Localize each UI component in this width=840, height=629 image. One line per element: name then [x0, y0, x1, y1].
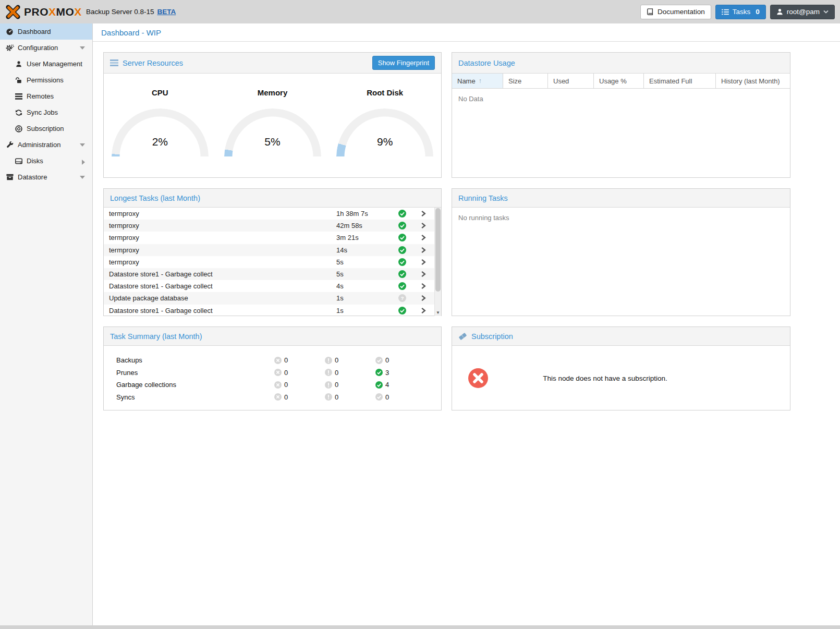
expand-arrow-icon[interactable]: [82, 160, 85, 165]
no-running-tasks-text: No running tasks: [452, 208, 790, 228]
gauge-value: 5%: [224, 136, 321, 148]
user-icon: [776, 8, 783, 15]
root-disk-gauge: Root Disk 9%: [328, 74, 441, 177]
task-row[interactable]: Update package database 1s ?: [104, 292, 434, 304]
svg-text:?: ?: [400, 296, 404, 301]
life-ring-icon: [14, 125, 23, 132]
task-row[interactable]: termproxy 42m 58s: [104, 220, 434, 232]
sidebar-item-datastore[interactable]: Datastore: [0, 169, 92, 185]
sidebar-item-permissions[interactable]: Permissions: [0, 72, 92, 88]
sidebar-item-administration[interactable]: Administration: [0, 137, 92, 153]
vertical-scrollbar[interactable]: ▼: [434, 208, 441, 316]
status-ok-icon: [392, 258, 412, 266]
sidebar-item-subscription[interactable]: Subscription: [0, 120, 92, 137]
documentation-button[interactable]: Documentation: [640, 5, 711, 19]
column-header-used[interactable]: Used: [548, 74, 594, 88]
user-menu-button[interactable]: root@pam: [770, 5, 835, 19]
column-header-name[interactable]: Name ↑: [452, 74, 503, 88]
error-count-icon: [274, 393, 282, 401]
chevron-right-icon[interactable]: [412, 234, 434, 241]
chevron-down-icon: [823, 10, 829, 14]
task-row[interactable]: Datastore store1 - Garbage collect 4s: [104, 280, 434, 292]
error-count-icon: [274, 369, 282, 376]
scrollbar-thumb[interactable]: [435, 208, 441, 292]
ok-count-icon: [375, 369, 383, 376]
page-title-bar: Dashboard - WIP: [93, 23, 840, 42]
sidebar-item-user-management[interactable]: User Management: [0, 56, 92, 72]
sidebar-item-dashboard[interactable]: Dashboard: [0, 23, 92, 40]
status-ok-icon: [392, 307, 412, 314]
sidebar-item-configuration[interactable]: Configuration: [0, 40, 92, 56]
product-version: Backup Server 0.8-15: [86, 8, 154, 16]
ticket-icon: [458, 332, 467, 341]
top-bar: PROXMOX Backup Server 0.8-15 BETA Docume…: [0, 0, 840, 23]
task-row[interactable]: termproxy 3m 21s: [104, 232, 434, 244]
panel-title: Datastore Usage: [458, 59, 515, 67]
longest-tasks-list: termproxy 1h 38m 7s termproxy 42m 58s: [104, 208, 441, 316]
proxmox-x-icon: [5, 4, 21, 20]
task-row[interactable]: Datastore store1 - Garbage collect 1s: [104, 305, 434, 317]
chevron-right-icon[interactable]: [412, 270, 434, 278]
warning-count-icon: [325, 381, 332, 389]
ok-count-icon: [375, 393, 383, 401]
column-header-estimated-full[interactable]: Estimated Full: [644, 74, 716, 88]
hdd-icon: [14, 157, 23, 165]
sidebar-item-disks[interactable]: Disks: [0, 153, 92, 169]
longest-tasks-panel: Longest Tasks (last Month) termproxy 1h …: [103, 188, 442, 316]
summary-row-prunes: Prunes 0 0 3: [104, 367, 441, 379]
warning-count-icon: [325, 393, 332, 401]
running-tasks-panel: Running Tasks No running tasks: [452, 188, 790, 316]
chevron-right-icon[interactable]: [412, 246, 434, 254]
scrollbar-down-arrow[interactable]: ▼: [435, 309, 441, 316]
status-ok-icon: [392, 270, 412, 278]
sidebar: Dashboard Configuration User Management: [0, 23, 93, 625]
server-resources-icon: [110, 59, 118, 66]
chevron-right-icon[interactable]: [412, 282, 434, 290]
summary-row-garbage-collections: Garbage collections 0 0 4: [104, 379, 441, 391]
ok-count-icon: [375, 357, 383, 364]
collapse-arrow-icon[interactable]: [80, 46, 85, 50]
status-ok-icon: [392, 234, 412, 241]
server-resources-panel: Server Resources Show Fingerprint CPU 2%: [103, 52, 442, 178]
task-row[interactable]: termproxy 1h 38m 7s: [104, 208, 434, 220]
gauge-arc: [336, 108, 433, 156]
sidebar-item-remotes[interactable]: Remotes: [0, 88, 92, 104]
page-title: Dashboard - WIP: [101, 28, 161, 37]
server-bars-icon: [14, 92, 23, 100]
datastore-table-header: Name ↑ Size Used Usage % Estimated Full …: [452, 74, 790, 89]
tasks-button[interactable]: Tasks 0: [715, 5, 766, 19]
chevron-right-icon[interactable]: [412, 222, 434, 229]
chevron-right-icon[interactable]: [412, 294, 434, 302]
gauge-arc: [224, 108, 321, 156]
panel-title: Server Resources: [123, 59, 183, 67]
column-header-size[interactable]: Size: [503, 74, 548, 88]
status-ok-icon: [392, 282, 412, 290]
show-fingerprint-button[interactable]: Show Fingerprint: [372, 56, 435, 70]
sidebar-item-sync-jobs[interactable]: Sync Jobs: [0, 104, 92, 120]
chevron-right-icon[interactable]: [412, 307, 434, 314]
chevron-right-icon[interactable]: [412, 258, 434, 266]
error-count-icon: [274, 381, 282, 389]
subscription-panel: Subscription This node does not have a s…: [452, 326, 790, 410]
status-ok-icon: [392, 210, 412, 217]
gauge-arc: [112, 108, 209, 156]
collapse-arrow-icon[interactable]: [80, 176, 85, 179]
task-row[interactable]: Datastore store1 - Garbage collect 5s: [104, 268, 434, 280]
column-header-history[interactable]: History (last Month): [716, 74, 790, 88]
column-header-usage-pct[interactable]: Usage %: [594, 74, 644, 88]
wrench-icon: [5, 141, 14, 149]
task-row[interactable]: termproxy 5s: [104, 256, 434, 268]
task-row[interactable]: termproxy 14s: [104, 244, 434, 256]
no-data-text: No Data: [452, 89, 790, 109]
collapse-arrow-icon[interactable]: [80, 143, 85, 147]
tasks-count-badge: 0: [756, 8, 760, 16]
sort-asc-icon: ↑: [479, 77, 482, 84]
task-list-icon: [722, 9, 729, 15]
warning-count-icon: [325, 369, 332, 376]
summary-row-syncs: Syncs 0 0 0: [104, 391, 441, 404]
gauge-value: 9%: [336, 136, 433, 148]
beta-link[interactable]: BETA: [157, 8, 176, 16]
error-count-icon: [274, 357, 282, 364]
book-icon: [647, 8, 654, 16]
chevron-right-icon[interactable]: [412, 210, 434, 217]
